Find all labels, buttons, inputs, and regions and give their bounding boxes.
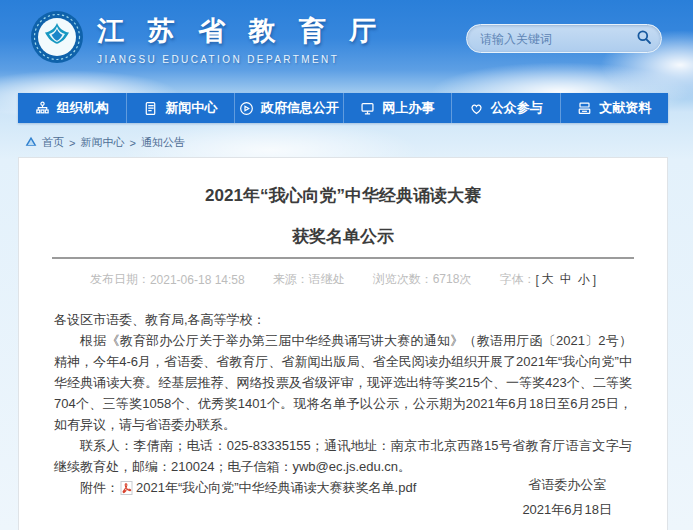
search-button[interactable] [636, 29, 652, 48]
org-chart-icon [35, 101, 50, 116]
publish-date-label: 发布日期： [90, 271, 150, 288]
contact-paragraph: 联系人：李倩南；电话：025-83335155；通讯地址：南京市北京西路15号省… [54, 435, 632, 477]
nav-item-label: 网上办事 [382, 99, 434, 117]
font-size-medium-button[interactable]: 中 [560, 271, 572, 288]
pdf-file-icon [120, 481, 133, 495]
nav-item-label: 新闻中心 [165, 99, 217, 117]
site-logo[interactable]: 江 苏 省 教 育 厅 JIANGSU EDUCATION DEPARTMENT [30, 10, 385, 68]
search-input[interactable] [480, 32, 636, 46]
department-emblem-icon [30, 10, 84, 68]
site-name: 江 苏 省 教 育 厅 [97, 13, 385, 49]
info-disclosure-icon [239, 101, 254, 116]
nav-item-gov-info-disclosure[interactable]: 政府信息公开 [234, 93, 343, 123]
notice-body: 各设区市语委、教育局,各高等学校： 根据《教育部办公厅关于举办第三届中华经典诵写… [54, 309, 632, 498]
signature-block: 省语委办公室 2021年6月18日 [522, 472, 612, 522]
publish-date: 发布日期： 2021-06-18 14:58 [90, 271, 245, 288]
notice-panel: 2021年“我心向党”中华经典诵读大赛 获奖名单公示 发布日期： 2021-06… [18, 157, 668, 530]
salutation-paragraph: 各设区市语委、教育局,各高等学校： [54, 309, 632, 330]
font-size-large-button[interactable]: 大 [542, 271, 554, 288]
font-size-small-button[interactable]: 小 [578, 271, 590, 288]
nav-item-news-center[interactable]: 新闻中心 [126, 93, 235, 123]
body-paragraph: 根据《教育部办公厅关于举办第三届中华经典诵写讲大赛的通知》（教语用厅函〔2021… [54, 330, 632, 435]
nav-item-online-services[interactable]: 网上办事 [343, 93, 452, 123]
news-icon [143, 101, 158, 116]
monitor-icon [360, 101, 375, 116]
nav-item-label: 组织机构 [57, 99, 109, 117]
font-size-label: 字体： [499, 271, 535, 288]
nav-item-documents[interactable]: 文献资料 [560, 93, 669, 123]
title-divider [52, 257, 634, 259]
source: 来源： 语继处 [273, 271, 345, 288]
notice-title-line1: 2021年“我心向党”中华经典诵读大赛 [19, 186, 667, 206]
home-icon [25, 136, 37, 149]
nav-item-label: 公众参与 [491, 99, 543, 117]
attachment-label: 附件： [80, 477, 119, 498]
source-value: 语继处 [309, 271, 345, 288]
notice-title-line2: 获奖名单公示 [19, 227, 667, 247]
font-size-bracket: ] [593, 273, 596, 287]
breadcrumb-news-center[interactable]: 新闻中心 [80, 135, 124, 150]
breadcrumb-home[interactable]: 首页 [42, 135, 64, 150]
signature-date: 2021年6月18日 [522, 497, 612, 522]
view-count-label: 浏览次数： [373, 271, 433, 288]
nav-item-label: 文献资料 [599, 99, 651, 117]
font-size-widget: 字体： [ 大 中 小 ] [499, 271, 596, 288]
documents-icon [577, 101, 592, 116]
view-count-value: 6718次 [433, 271, 472, 288]
nav-item-public-participation[interactable]: 公众参与 [451, 93, 560, 123]
nav-item-label: 政府信息公开 [261, 99, 339, 117]
attachment-link[interactable]: 2021年“我心向党”中华经典诵读大赛获奖名单.pdf [136, 477, 416, 498]
heart-icon [469, 101, 484, 116]
breadcrumb-separator: > [129, 137, 135, 149]
search-box [466, 24, 662, 53]
font-size-bracket: [ [535, 273, 538, 287]
breadcrumb: 首页 > 新闻中心 > 通知公告 [25, 135, 185, 150]
notice-meta: 发布日期： 2021-06-18 14:58 来源： 语继处 浏览次数： 671… [19, 271, 667, 288]
publish-date-value: 2021-06-18 14:58 [150, 273, 245, 287]
site-name-en: JIANGSU EDUCATION DEPARTMENT [97, 54, 385, 65]
source-label: 来源： [273, 271, 309, 288]
view-count: 浏览次数： 6718次 [373, 271, 472, 288]
breadcrumb-separator: > [69, 137, 75, 149]
signature-org: 省语委办公室 [522, 472, 612, 497]
breadcrumb-notices[interactable]: 通知公告 [141, 135, 185, 150]
nav-item-organization[interactable]: 组织机构 [18, 93, 126, 123]
search-icon [636, 29, 652, 48]
main-nav: 组织机构 新闻中心 政府信息公开 网上办事 公众参与 [18, 93, 668, 123]
page: 江 苏 省 教 育 厅 JIANGSU EDUCATION DEPARTMENT… [0, 0, 693, 530]
